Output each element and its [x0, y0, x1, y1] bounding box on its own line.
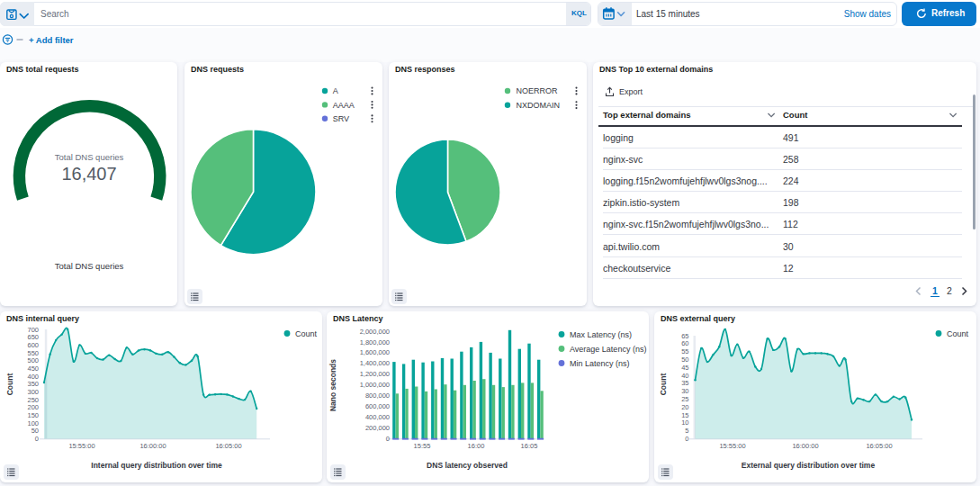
svg-text:DNS latency observed: DNS latency observed	[427, 461, 508, 470]
svg-text:AAAA: AAAA	[333, 101, 355, 110]
svg-text:30: 30	[681, 387, 688, 395]
svg-text:15: 15	[681, 411, 688, 419]
svg-text:400: 400	[27, 373, 39, 381]
svg-text:700: 700	[27, 326, 39, 334]
svg-text:2,000,000: 2,000,000	[360, 328, 390, 336]
svg-text:40: 40	[681, 372, 688, 380]
svg-text:1,000,000: 1,000,000	[360, 381, 390, 389]
svg-text:16,407: 16,407	[61, 164, 116, 184]
svg-text:400,000: 400,000	[365, 413, 390, 421]
svg-text:SRV: SRV	[333, 114, 349, 123]
svg-text:1,800,000: 1,800,000	[360, 338, 390, 346]
svg-text:Average Latency (ns): Average Latency (ns)	[570, 345, 646, 354]
svg-text:55: 55	[681, 347, 688, 356]
svg-text:200: 200	[27, 403, 39, 411]
svg-text:10: 10	[681, 418, 688, 427]
svg-text:1,400,000: 1,400,000	[360, 359, 390, 367]
svg-text:65: 65	[681, 332, 688, 340]
svg-text:16:00: 16:00	[468, 442, 485, 450]
svg-text:NXDOMAIN: NXDOMAIN	[517, 101, 561, 110]
svg-text:15:55:00: 15:55:00	[68, 442, 94, 450]
svg-text:Count: Count	[5, 374, 14, 396]
svg-text:0: 0	[386, 435, 390, 443]
svg-text:Nano seconds: Nano seconds	[328, 359, 337, 411]
svg-text:Count: Count	[295, 329, 318, 338]
svg-text:20: 20	[681, 403, 688, 411]
svg-text:250: 250	[27, 396, 39, 404]
svg-text:35: 35	[681, 379, 688, 387]
svg-text:500: 500	[27, 356, 39, 364]
svg-text:0: 0	[35, 435, 39, 443]
svg-text:Total DNS queries: Total DNS queries	[55, 152, 124, 162]
svg-text:650: 650	[27, 333, 39, 341]
svg-text:25: 25	[681, 395, 688, 403]
svg-text:15:55:00: 15:55:00	[719, 442, 745, 450]
svg-text:NOERROR: NOERROR	[517, 86, 559, 95]
svg-text:16:00:00: 16:00:00	[139, 442, 166, 450]
svg-text:16:05: 16:05	[521, 442, 538, 450]
svg-text:550: 550	[27, 349, 39, 357]
svg-text:16:00:00: 16:00:00	[792, 442, 818, 450]
svg-text:Count: Count	[947, 329, 969, 338]
svg-text:16:05:00: 16:05:00	[866, 442, 892, 450]
svg-text:50: 50	[681, 356, 688, 364]
svg-text:1,200,000: 1,200,000	[360, 370, 390, 378]
svg-text:15:55: 15:55	[414, 442, 431, 450]
svg-text:600,000: 600,000	[365, 402, 390, 410]
svg-text:Max Latency (ns): Max Latency (ns)	[570, 330, 632, 339]
svg-text:50: 50	[31, 427, 39, 435]
svg-text:60: 60	[681, 339, 688, 347]
svg-text:600: 600	[27, 341, 39, 349]
svg-text:External query distribution ov: External query distribution over time	[742, 461, 876, 470]
svg-text:450: 450	[27, 364, 39, 373]
svg-text:Total DNS queries: Total DNS queries	[55, 261, 124, 271]
svg-text:5: 5	[685, 427, 688, 435]
svg-text:45: 45	[681, 364, 688, 372]
svg-text:200,000: 200,000	[365, 424, 390, 432]
svg-text:Internal query distribution ov: Internal query distribution over time	[91, 461, 222, 470]
svg-text:350: 350	[27, 380, 39, 388]
svg-text:800,000: 800,000	[365, 392, 390, 400]
svg-text:0: 0	[685, 435, 688, 443]
svg-text:1,600,000: 1,600,000	[360, 348, 390, 356]
svg-text:Count: Count	[659, 374, 668, 396]
svg-text:A: A	[333, 86, 338, 95]
svg-text:150: 150	[27, 411, 39, 419]
svg-text:16:05:00: 16:05:00	[215, 442, 241, 450]
svg-text:Min Latency (ns): Min Latency (ns)	[570, 359, 630, 368]
svg-text:100: 100	[27, 419, 39, 428]
svg-text:300: 300	[27, 388, 39, 396]
